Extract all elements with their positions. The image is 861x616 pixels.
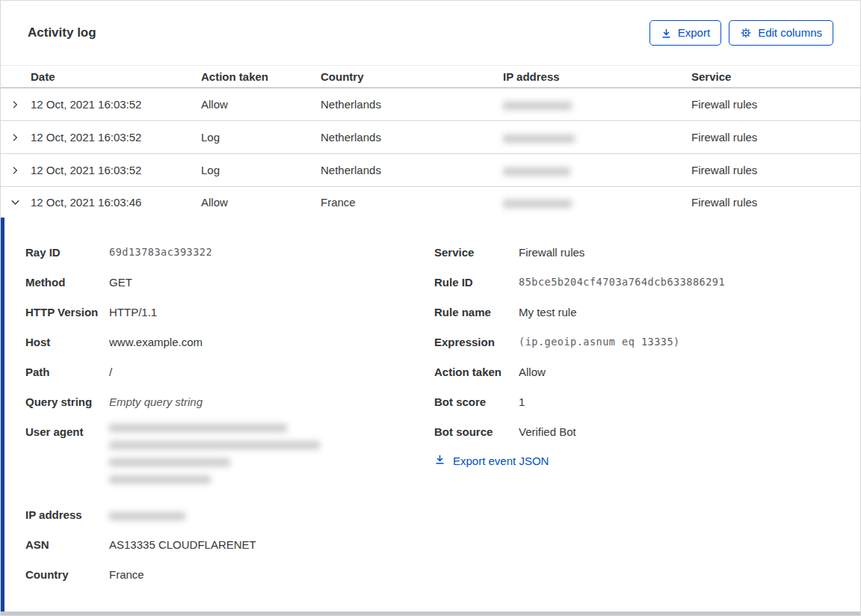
- detail-row-asn: ASN AS13335 CLOUDFLARENET: [25, 537, 434, 552]
- cell-country: Netherlands: [321, 131, 503, 144]
- cell-action-taken: Allow: [201, 196, 321, 209]
- cell-service: Firewall rules: [691, 98, 860, 111]
- detail-label: Service: [434, 244, 519, 260]
- detail-value: 85bce5b204cf4703a764dcb633886291: [519, 274, 725, 290]
- chevron-down-icon: [10, 197, 21, 208]
- table-row-expanded[interactable]: 12 Oct, 2021 16:03:46 Allow France Firew…: [1, 187, 860, 218]
- detail-label: Query string: [25, 394, 109, 410]
- export-event-json-link[interactable]: Export event JSON: [434, 454, 838, 467]
- detail-row-bot-source: Bot source Verified Bot: [434, 424, 838, 440]
- detail-value-redacted: [109, 424, 320, 493]
- detail-value: HTTP/1.1: [109, 304, 157, 320]
- cell-service: Firewall rules: [691, 196, 860, 209]
- detail-label: Path: [25, 364, 109, 380]
- detail-value-redacted: [109, 507, 185, 523]
- detail-label: HTTP Version: [25, 304, 109, 320]
- table-row[interactable]: 12 Oct, 2021 16:03:52 Log Netherlands Fi…: [1, 154, 860, 187]
- detail-row-rule-name: Rule name My test rule: [434, 304, 838, 320]
- table-header: Date Action taken Country IP address Ser…: [1, 65, 860, 88]
- detail-row-expression: Expression (ip.geoip.asnum eq 13335): [434, 334, 838, 350]
- detail-row-bot-score: Bot score 1: [434, 394, 838, 410]
- detail-row-action-taken: Action taken Allow: [434, 364, 838, 380]
- export-button[interactable]: Export: [649, 20, 721, 46]
- detail-row-rule-id: Rule ID 85bce5b204cf4703a764dcb633886291: [434, 274, 838, 290]
- detail-row-path: Path /: [25, 364, 434, 380]
- detail-label: Action taken: [434, 364, 519, 380]
- cell-date: 12 Oct, 2021 16:03:52: [29, 98, 201, 111]
- detail-value: 69d13783ac393322: [109, 244, 212, 260]
- page-title: Activity log: [28, 25, 96, 40]
- chevron-right-icon: [10, 165, 20, 176]
- detail-row-method: Method GET: [25, 274, 434, 290]
- cell-action-taken: Log: [201, 164, 321, 176]
- table-row[interactable]: 12 Oct, 2021 16:03:52 Log Netherlands Fi…: [1, 121, 860, 154]
- chevron-right-icon: [10, 132, 20, 143]
- cell-date: 12 Oct, 2021 16:03:46: [29, 196, 201, 209]
- detail-label: Expression: [434, 334, 519, 350]
- export-button-label: Export: [678, 26, 710, 40]
- detail-label: Host: [25, 334, 109, 350]
- detail-value: Empty query string: [109, 394, 203, 410]
- cell-ip-address-redacted: [503, 131, 691, 144]
- expand-toggle[interactable]: [1, 165, 29, 176]
- expand-toggle[interactable]: [1, 132, 29, 143]
- detail-value: AS13335 CLOUDFLARENET: [109, 537, 256, 552]
- detail-label: Country: [25, 567, 109, 582]
- detail-value: Allow: [519, 364, 546, 380]
- collapse-toggle[interactable]: [1, 197, 29, 208]
- event-detail-rule: Service Firewall rules Rule ID 85bce5b20…: [434, 244, 838, 467]
- column-header-action-taken: Action taken: [201, 70, 321, 83]
- cell-country: Netherlands: [321, 164, 503, 176]
- detail-value: /: [109, 364, 112, 380]
- detail-value: My test rule: [519, 304, 577, 320]
- cell-action-taken: Allow: [201, 98, 321, 111]
- export-event-json-label: Export event JSON: [453, 455, 549, 467]
- table-row[interactable]: 12 Oct, 2021 16:03:52 Allow Netherlands …: [1, 88, 860, 121]
- download-icon: [434, 454, 445, 467]
- column-header-service: Service: [691, 70, 860, 83]
- detail-label: Ray ID: [25, 244, 109, 260]
- chevron-right-icon: [10, 99, 20, 110]
- detail-value: www.example.com: [109, 334, 203, 350]
- detail-value: France: [109, 567, 144, 582]
- bottom-edge-divider: [1, 612, 860, 615]
- detail-row-ip-address: IP address: [25, 507, 434, 523]
- edit-columns-button-label: Edit columns: [758, 26, 822, 40]
- detail-label: ASN: [25, 537, 109, 552]
- cell-date: 12 Oct, 2021 16:03:52: [29, 164, 201, 176]
- activity-log-page: Activity log Export Edit c: [0, 0, 861, 616]
- detail-label: Bot source: [434, 424, 519, 440]
- toolbar: Export Edit columns: [649, 20, 833, 46]
- download-icon: [661, 28, 672, 39]
- detail-value: 1: [519, 394, 525, 410]
- detail-row-user-agent: User agent: [25, 424, 434, 493]
- detail-row-service: Service Firewall rules: [434, 244, 838, 260]
- event-detail-panel: Ray ID 69d13783ac393322 Method GET HTTP …: [1, 218, 860, 615]
- cell-ip-address-redacted: [503, 196, 691, 209]
- cell-action-taken: Log: [201, 131, 321, 144]
- cell-service: Firewall rules: [691, 131, 860, 144]
- column-header-country: Country: [321, 70, 503, 83]
- detail-row-query-string: Query string Empty query string: [25, 394, 434, 410]
- cell-ip-address-redacted: [503, 98, 691, 111]
- detail-row-host: Host www.example.com: [25, 334, 434, 350]
- detail-value: GET: [109, 274, 132, 290]
- detail-label: Bot score: [434, 394, 519, 410]
- detail-label: User agent: [25, 424, 109, 493]
- cell-date: 12 Oct, 2021 16:03:52: [29, 131, 201, 144]
- detail-value: Verified Bot: [519, 424, 576, 440]
- cell-ip-address-redacted: [503, 164, 691, 176]
- detail-label: Rule ID: [434, 274, 519, 290]
- detail-row-ray-id: Ray ID 69d13783ac393322: [25, 244, 434, 260]
- event-detail-request: Ray ID 69d13783ac393322 Method GET HTTP …: [25, 244, 434, 597]
- cell-country: France: [321, 196, 503, 209]
- detail-row-country: Country France: [25, 567, 434, 582]
- cell-country: Netherlands: [321, 98, 503, 111]
- detail-row-http-version: HTTP Version HTTP/1.1: [25, 304, 434, 320]
- detail-label: Method: [25, 274, 109, 290]
- gear-icon: [740, 27, 752, 39]
- detail-label: IP address: [25, 507, 109, 523]
- edit-columns-button[interactable]: Edit columns: [729, 20, 833, 46]
- expand-toggle[interactable]: [1, 99, 29, 110]
- column-header-ip-address: IP address: [503, 70, 691, 83]
